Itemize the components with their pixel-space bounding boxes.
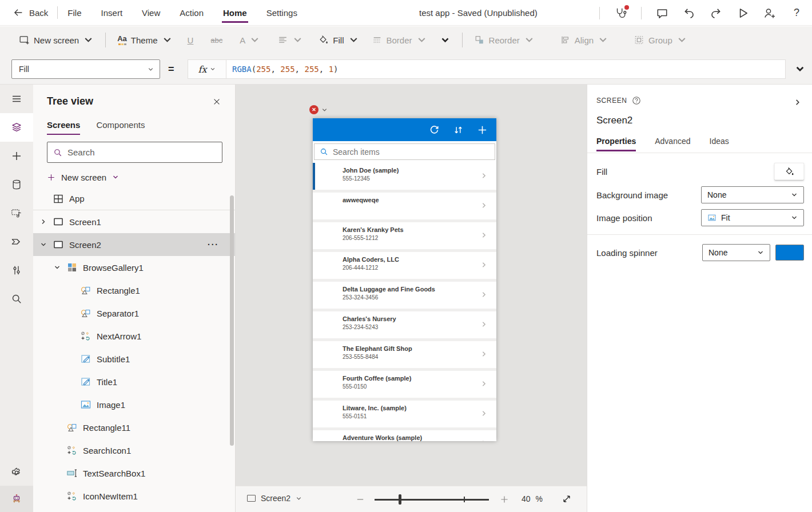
spinner-color-swatch[interactable] (775, 245, 804, 261)
zoom-slider-track[interactable] (375, 499, 489, 501)
new-screen-button[interactable]: New screen (13, 26, 100, 54)
phone-screen-preview[interactable]: Search items John Doe (sample)555-12345a… (313, 118, 496, 441)
menu-action[interactable]: Action (170, 0, 213, 26)
tree-item-SearchIcon1[interactable]: SearchIcon1 (33, 439, 235, 462)
chevron-down-icon[interactable] (40, 241, 47, 248)
menu-view[interactable]: View (132, 0, 170, 26)
chevron-right-icon[interactable] (480, 410, 488, 417)
undo-icon[interactable] (683, 7, 695, 19)
comments-icon[interactable] (656, 7, 668, 19)
zoom-in-button[interactable] (500, 495, 509, 504)
background-image-dropdown[interactable]: None (701, 186, 804, 203)
menu-home[interactable]: Home (213, 0, 257, 26)
formula-bar-expand-chevron-icon[interactable] (795, 65, 805, 74)
gallery-item[interactable]: Karen's Kranky Pets206-555-1212 (313, 222, 496, 249)
tree-item-Separator1[interactable]: Separator1 (33, 302, 235, 325)
sort-icon[interactable] (453, 125, 464, 135)
tree-item-Screen1[interactable]: Screen1 (33, 210, 235, 233)
screen-selector[interactable]: Screen2 (247, 494, 302, 503)
app-checker-icon[interactable] (614, 7, 627, 19)
tab-properties[interactable]: Properties (596, 137, 636, 151)
tree-item-Rectangle1[interactable]: Rectangle1 (33, 279, 235, 302)
chevron-down-icon[interactable] (54, 264, 61, 271)
share-user-icon[interactable] (763, 7, 776, 19)
rail-layers-button[interactable] (0, 113, 33, 142)
toolbar-overflow-chevron-icon[interactable] (440, 36, 450, 45)
new-screen-tree-button[interactable]: New screen (47, 169, 119, 186)
tree-item-IconNewItem1[interactable]: IconNewItem1 (33, 485, 235, 507)
tree-item-App[interactable]: App (33, 187, 235, 210)
property-selector[interactable]: Fill (11, 59, 160, 79)
gallery-search-box[interactable]: Search items (314, 143, 495, 160)
screen-error-badge[interactable]: ✕ (309, 105, 328, 114)
panel-collapse-chevron-icon[interactable] (794, 98, 802, 106)
rail-robot-button[interactable] (0, 486, 33, 512)
rail-flow-button[interactable] (0, 227, 33, 256)
tree-search-box[interactable] (47, 142, 222, 163)
loading-spinner-dropdown[interactable]: None (702, 244, 770, 261)
gallery-item[interactable]: John Doe (sample)555-12345 (313, 163, 496, 190)
menu-insert[interactable]: Insert (91, 0, 133, 26)
fx-selector[interactable]: fx (188, 59, 226, 79)
tab-screens[interactable]: Screens (47, 120, 80, 135)
chevron-right-icon[interactable] (480, 380, 488, 387)
refresh-icon[interactable] (429, 125, 440, 135)
tree-item-Screen2[interactable]: Screen2··· (33, 233, 235, 256)
tree-item-TextSearchBox1[interactable]: TextSearchBox1 (33, 462, 235, 485)
gallery-item[interactable]: Delta Luggage and Fine Goods253-324-3456 (313, 282, 496, 309)
fill-button[interactable]: Fill (312, 26, 365, 54)
rail-settings-button[interactable] (0, 459, 33, 486)
tab-ideas[interactable]: Ideas (710, 137, 729, 151)
search-input[interactable] (67, 147, 216, 157)
zoom-out-button[interactable] (356, 495, 365, 504)
gallery-item[interactable]: Alpha Coders, LLC206-444-1212 (313, 252, 496, 279)
item-options-button[interactable]: ··· (208, 240, 219, 249)
chevron-right-icon[interactable] (40, 218, 47, 225)
chevron-right-icon[interactable] (480, 231, 488, 239)
rail-media-button[interactable] (0, 199, 33, 227)
chevron-right-icon[interactable] (480, 291, 488, 298)
gallery-item[interactable]: Fourth Coffee (sample)555-0150 (313, 371, 496, 398)
back-button[interactable]: Back (0, 7, 57, 18)
design-canvas[interactable]: ✕ Search items John Doe (sample)555-1234… (236, 85, 587, 512)
chevron-right-icon[interactable] (480, 261, 488, 269)
menu-file[interactable]: File (58, 0, 91, 26)
fill-color-button[interactable] (774, 163, 804, 180)
help-circle-icon[interactable] (632, 96, 641, 105)
tree-item-NextArrow1[interactable]: NextArrow1 (33, 325, 235, 347)
image-position-dropdown[interactable]: Fit (701, 209, 804, 226)
chevron-right-icon[interactable] (480, 439, 488, 441)
add-icon[interactable] (477, 125, 488, 135)
theme-button[interactable]: Aa Theme (111, 26, 178, 54)
gallery-item[interactable]: Litware, Inc. (sample)555-0151 (313, 401, 496, 427)
tree-item-Subtitle1[interactable]: Subtitle1 (33, 347, 235, 370)
rail-hamburger-button[interactable] (0, 85, 33, 113)
chevron-right-icon[interactable] (480, 321, 488, 328)
tree-item-Image1[interactable]: Image1 (33, 393, 235, 416)
help-icon[interactable]: ? (790, 7, 803, 19)
fit-to-window-button[interactable] (562, 494, 572, 504)
gallery-item[interactable]: Adventure Works (sample) (313, 430, 496, 441)
formula-input[interactable]: RGBA(255, 255, 255, 1) (226, 59, 786, 79)
gallery-item[interactable]: awweqweqe (313, 193, 496, 219)
tab-advanced[interactable]: Advanced (655, 137, 690, 151)
tree-scrollbar[interactable] (230, 195, 234, 446)
close-icon[interactable] (212, 97, 221, 106)
gallery-item[interactable]: The Elephant Gift Shop253-555-8484 (313, 341, 496, 368)
menu-settings[interactable]: Settings (257, 0, 307, 26)
rail-search-button[interactable] (0, 285, 33, 313)
tree-item-Rectangle11[interactable]: Rectangle11 (33, 416, 235, 439)
chevron-right-icon[interactable] (480, 172, 488, 179)
rail-tools-button[interactable] (0, 256, 33, 285)
tree-item-BrowseGallery1[interactable]: BrowseGallery1 (33, 256, 235, 279)
redo-icon[interactable] (710, 7, 722, 19)
tree-item-Title1[interactable]: Title1 (33, 370, 235, 393)
zoom-slider-handle[interactable] (399, 494, 401, 505)
rail-plus-button[interactable] (0, 142, 33, 170)
rail-data-button[interactable] (0, 170, 33, 199)
tab-components[interactable]: Components (96, 120, 145, 135)
chevron-right-icon[interactable] (480, 202, 488, 209)
preview-play-icon[interactable] (737, 7, 749, 19)
gallery-item[interactable]: Charles's Nursery253-234-5243 (313, 311, 496, 338)
chevron-right-icon[interactable] (480, 350, 488, 358)
